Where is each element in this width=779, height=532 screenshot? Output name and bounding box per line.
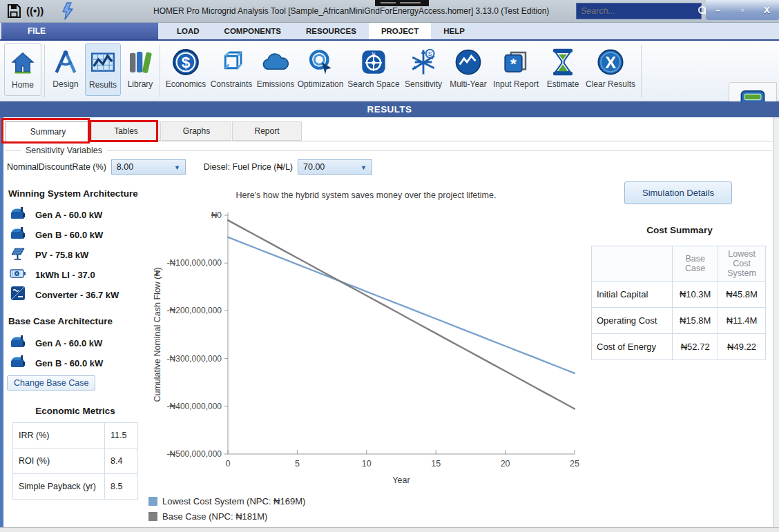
table-row: Cost of Energy ₦52.72 ₦49.22: [592, 334, 766, 360]
sensitivity-group-rule: [6, 150, 772, 151]
economics-button[interactable]: $ Economics: [164, 43, 207, 96]
constraints-button[interactable]: Constraints: [209, 43, 254, 96]
input-report-icon: *: [501, 46, 530, 78]
emissions-button[interactable]: Emissions: [256, 43, 296, 96]
cost-summary-title: Cost Summary: [624, 225, 735, 235]
legend-item-base-case: Base Case (NPC: ₦181M): [148, 511, 305, 522]
chart-x-axis-label: Year: [392, 475, 410, 485]
table-row: Simple Payback (yr)8.5: [13, 474, 138, 500]
diesel-fuel-price-select[interactable]: 70.00 ▼: [298, 159, 372, 175]
svg-text:0: 0: [226, 459, 231, 469]
table-row: ROI (%)8.4: [13, 449, 138, 474]
title-bar: ((•)) HOMER Pro Microgrid Analysis Tool …: [0, 0, 779, 23]
multi-year-icon: [454, 46, 483, 78]
simulation-details-button[interactable]: Simulation Details: [624, 181, 732, 204]
table-row: IRR (%)11.5: [13, 423, 138, 449]
search-space-button[interactable]: N Search Space: [347, 43, 400, 96]
input-report-button[interactable]: * Input Report: [491, 43, 541, 96]
generator-icon: [10, 354, 26, 372]
lightning-icon[interactable]: [61, 2, 75, 23]
constraints-icon: [217, 46, 246, 78]
search-input[interactable]: [577, 6, 698, 16]
svg-text:-₦400,000,000: -₦400,000,000: [167, 402, 222, 411]
base-case-architecture-list: Gen A - 60.0 kW Gen B - 60.0 kW: [10, 335, 103, 371]
legend-swatch: [148, 512, 157, 521]
svg-text:25: 25: [570, 459, 579, 469]
menu-item-project[interactable]: PROJECT: [369, 23, 431, 39]
tab-report[interactable]: Report: [232, 121, 302, 141]
clear-results-button[interactable]: X Clear Results: [584, 43, 637, 96]
window-title: HOMER Pro Microgrid Analysis Tool [Sampl…: [153, 6, 549, 16]
right-border: [773, 117, 773, 528]
svg-text:-₦100,000,000: -₦100,000,000: [167, 258, 222, 268]
cash-flow-chart: ₦0-₦100,000,000-₦200,000,000-₦300,000,00…: [151, 204, 603, 494]
list-item: Gen B - 60.0 kW: [10, 227, 119, 242]
menu-bar: FILE LOAD COMPONENTS RESOURCES PROJECT H…: [0, 23, 779, 39]
save-icon[interactable]: [6, 3, 22, 22]
legend-swatch: [148, 497, 157, 506]
table-header-row: Base Case Lowest Cost System: [592, 246, 766, 282]
broadcast-icon[interactable]: ((•)): [26, 5, 44, 17]
table-row: Initial Capital ₦10.3M ₦45.8M: [592, 282, 766, 308]
converter-icon: [10, 286, 26, 304]
home-button[interactable]: Home: [4, 43, 41, 96]
economic-metrics-table: IRR (%)11.5 ROI (%)8.4 Simple Payback (y…: [12, 422, 138, 500]
menu-item-load[interactable]: LOAD: [164, 23, 212, 39]
change-base-case-button[interactable]: Change Base Case: [7, 375, 95, 391]
annotation-box-tables: [89, 120, 158, 142]
svg-text:15: 15: [431, 459, 441, 469]
svg-text:20: 20: [501, 459, 510, 469]
homer-pro-window: ((•)) HOMER Pro Microgrid Analysis Tool …: [0, 0, 779, 532]
results-button[interactable]: Results: [85, 43, 121, 96]
file-menu-button[interactable]: FILE: [1, 23, 158, 39]
svg-text:-₦500,000,000: -₦500,000,000: [167, 449, 222, 459]
svg-text:S: S: [427, 50, 432, 57]
library-button[interactable]: Library: [123, 43, 157, 96]
battery-icon: [10, 266, 26, 284]
list-item: Gen A - 60.0 kW: [10, 207, 119, 222]
nominal-discount-rate-label: NominalDiscountRate (%): [7, 162, 106, 172]
emissions-icon: [260, 46, 291, 78]
results-banner: RESULTS: [0, 101, 779, 117]
home-icon: [10, 47, 36, 79]
left-accent-strip: [0, 117, 3, 528]
estimate-button[interactable]: Estimate: [544, 43, 582, 96]
estimate-icon: [550, 46, 576, 78]
search-box[interactable]: [576, 3, 702, 19]
menu-item-help[interactable]: HELP: [431, 23, 477, 39]
tab-graphs[interactable]: Graphs: [162, 121, 231, 141]
cost-summary-table: Base Case Lowest Cost System Initial Cap…: [591, 246, 766, 360]
maximize-button[interactable]: ▫: [734, 5, 751, 15]
overlay-artifact: [375, 0, 429, 6]
pv-icon: [10, 246, 26, 264]
menu-item-components[interactable]: COMPONENTS: [212, 23, 294, 39]
economic-metrics-title: Economic Metrics: [12, 406, 138, 416]
base-case-architecture-title: Base Case Architecture: [8, 316, 113, 326]
list-item: Gen A - 60.0 kW: [10, 335, 103, 351]
nominal-discount-rate-select[interactable]: 8.00 ▼: [111, 159, 186, 175]
design-button[interactable]: Design: [48, 43, 83, 96]
list-item: 1kWh LI - 37.0: [10, 267, 119, 282]
diesel-fuel-price-label: Diesel: Fuel Price (₦/L): [204, 162, 293, 172]
list-item: Converter - 36.7 kW: [10, 287, 119, 302]
status-strip: [0, 527, 779, 532]
sensitivity-icon: S: [409, 46, 438, 78]
generator-icon: [10, 226, 26, 244]
svg-text:₦0: ₦0: [211, 210, 222, 220]
table-row: Operating Cost ₦15.8M ₦11.4M: [592, 308, 766, 334]
winning-architecture-title: Winning System Architecture: [8, 188, 138, 199]
annotation-box-summary: [1, 118, 90, 144]
optimization-button[interactable]: Optimization: [296, 43, 345, 96]
sensitivity-button[interactable]: S Sensitivity: [401, 43, 445, 96]
minimize-button[interactable]: –: [710, 5, 727, 15]
library-icon: [126, 46, 154, 78]
design-icon: [52, 46, 79, 78]
list-item: Gen B - 60.0 kW: [10, 355, 103, 371]
menu-item-resources[interactable]: RESOURCES: [294, 23, 369, 39]
chart-legend: Lowest Cost System (NPC: ₦169M) Base Cas…: [148, 496, 305, 522]
close-button[interactable]: X: [758, 5, 775, 15]
sensitivity-group-label: Sensitivity Variables: [21, 146, 107, 155]
svg-text:X: X: [605, 54, 616, 72]
generator-icon: [10, 206, 26, 224]
multi-year-button[interactable]: Multi-Year: [447, 43, 490, 96]
